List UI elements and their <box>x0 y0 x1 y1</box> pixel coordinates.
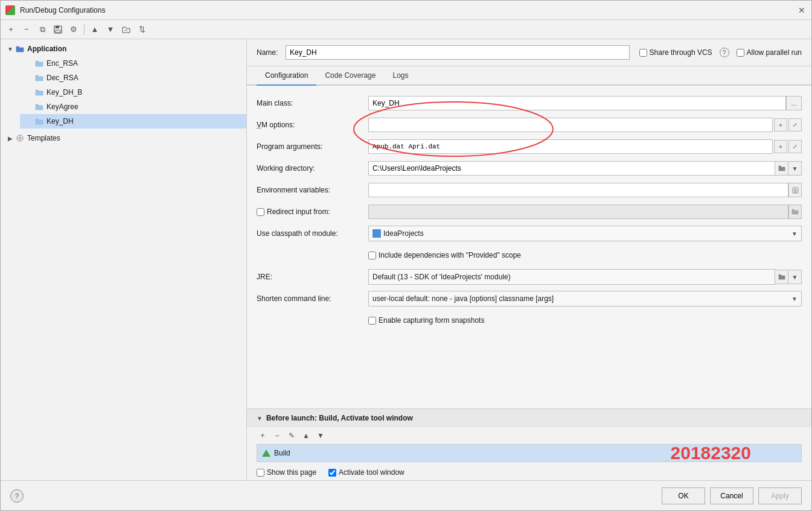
close-button[interactable]: ✕ <box>797 5 807 15</box>
allow-parallel-label[interactable]: Allow parallel run <box>737 48 802 57</box>
apply-button[interactable]: Apply <box>758 487 802 504</box>
enc-rsa-icon <box>34 59 44 68</box>
settings-button[interactable]: ⚙ <box>67 23 80 36</box>
help-icon-vcs[interactable]: ? <box>720 48 729 57</box>
add-button[interactable]: + <box>4 23 18 36</box>
env-vars-browse-button[interactable] <box>788 183 802 197</box>
before-launch-remove-button[interactable]: − <box>271 430 283 442</box>
env-vars-input-group <box>368 183 802 197</box>
share-vcs-label[interactable]: Share through VCS <box>639 48 712 57</box>
main-class-browse-button[interactable]: ... <box>786 96 802 110</box>
working-dir-input[interactable] <box>368 161 775 176</box>
before-launch-section: ▼ Before launch: Build, Activate tool wi… <box>247 408 811 480</box>
build-icon <box>262 449 270 457</box>
jre-input-group: Default (13 - SDK of 'IdeaProjects' modu… <box>368 269 802 285</box>
redirect-browse-button[interactable] <box>788 205 802 219</box>
tab-code-coverage[interactable]: Code Coverage <box>316 66 384 86</box>
app-icon <box>5 5 15 15</box>
help-button[interactable]: ? <box>10 489 24 503</box>
redirect-input-group <box>368 205 802 219</box>
redirect-input[interactable] <box>368 205 788 219</box>
sidebar: ▼ Application Enc_RSA <box>1 39 247 480</box>
before-launch-list: Build 20182320 <box>257 444 802 462</box>
include-deps-checkbox-label[interactable]: Include dependencies with "Provided" sco… <box>368 251 521 259</box>
activate-window-label[interactable]: Activate tool window <box>328 468 404 477</box>
name-label: Name: <box>257 48 281 57</box>
sidebar-item-key-dh[interactable]: Key_DH <box>20 114 246 129</box>
move-to-folder-button[interactable] <box>120 23 133 36</box>
include-deps-checkbox[interactable] <box>368 252 376 259</box>
env-vars-input[interactable] <box>368 183 788 197</box>
main-content: ▼ Application Enc_RSA <box>1 39 811 480</box>
name-input[interactable] <box>286 45 630 60</box>
jre-drop-button[interactable]: ▼ <box>788 270 802 284</box>
show-page-label[interactable]: Show this page <box>257 468 316 477</box>
before-launch-up-button[interactable]: ▲ <box>300 430 312 442</box>
vm-options-row: VM options: + ⤢ <box>257 117 802 133</box>
sort-button[interactable]: ⇅ <box>135 23 149 36</box>
program-args-input[interactable] <box>368 139 773 154</box>
tab-configuration[interactable]: Configuration <box>257 66 316 86</box>
key-dh-b-label: Key_DH_B <box>46 88 82 97</box>
keyagree-label: KeyAgree <box>46 103 78 111</box>
include-deps-row: Include dependencies with "Provided" sco… <box>257 247 802 263</box>
sidebar-item-dec-rsa[interactable]: Dec_RSA <box>20 71 246 85</box>
jre-value: Default (13 - SDK of 'IdeaProjects' modu… <box>368 269 775 285</box>
move-up-button[interactable]: ▲ <box>88 23 101 36</box>
tabs-bar: Configuration Code Coverage Logs <box>247 66 811 86</box>
templates-icon <box>15 133 25 143</box>
main-class-input[interactable] <box>368 96 786 110</box>
jre-browse-button[interactable] <box>775 270 788 284</box>
bottom-buttons: OK Cancel Apply <box>662 487 802 504</box>
working-dir-browse-button[interactable] <box>775 161 788 176</box>
toolbar-separator <box>84 24 85 35</box>
activate-window-checkbox[interactable] <box>328 469 336 477</box>
program-args-fullscreen-button[interactable]: ⤢ <box>788 140 802 153</box>
sidebar-templates-group[interactable]: ▶ Templates <box>1 131 246 145</box>
before-launch-edit-button[interactable]: ✎ <box>286 430 298 442</box>
vm-options-fullscreen-button[interactable]: ⤢ <box>788 118 802 132</box>
shorten-cmd-dropdown[interactable]: user-local default: none - java [options… <box>368 291 802 306</box>
before-launch-add-button[interactable]: + <box>257 430 269 442</box>
before-launch-header[interactable]: ▼ Before launch: Build, Activate tool wi… <box>247 409 811 427</box>
build-item[interactable]: Build 20182320 <box>257 445 801 462</box>
svg-rect-2 <box>56 30 60 33</box>
sidebar-application-group[interactable]: ▼ Application <box>1 42 246 56</box>
copy-button[interactable]: ⧉ <box>36 23 49 36</box>
classpath-label: Use classpath of module: <box>257 229 368 238</box>
move-down-button[interactable]: ▼ <box>104 23 117 36</box>
program-args-expand-button[interactable]: + <box>774 140 787 153</box>
program-args-row: Program arguments: + ⤢ <box>257 139 802 154</box>
shorten-cmd-row: Shorten command line: user-local default… <box>257 291 802 306</box>
share-vcs-checkbox[interactable] <box>639 49 647 57</box>
ok-button[interactable]: OK <box>662 487 705 504</box>
cancel-button[interactable]: Cancel <box>710 487 753 504</box>
vm-options-expand-button[interactable]: + <box>774 118 787 132</box>
vm-options-input[interactable] <box>368 118 773 132</box>
shorten-cmd-label: Shorten command line: <box>257 294 368 303</box>
allow-parallel-checkbox[interactable] <box>737 49 744 57</box>
enable-snapshots-label[interactable]: Enable capturing form snapshots <box>368 316 484 325</box>
remove-button[interactable]: − <box>20 23 33 36</box>
sidebar-children: Enc_RSA Dec_RSA Key_DH_B <box>1 56 246 129</box>
sidebar-item-enc-rsa[interactable]: Enc_RSA <box>20 56 246 71</box>
key-dh-expand <box>25 116 34 126</box>
working-dir-row: Working directory: ▼ <box>257 160 802 176</box>
sidebar-item-key-dh-b[interactable]: Key_DH_B <box>20 85 246 100</box>
module-dropdown[interactable]: IdeaProjects ▼ <box>368 226 802 241</box>
svg-rect-1 <box>56 26 59 28</box>
show-page-checkbox[interactable] <box>257 469 264 477</box>
before-launch-down-button[interactable]: ▼ <box>315 430 327 442</box>
expand-templates-icon: ▶ <box>5 133 15 143</box>
main-class-input-group: ... <box>368 96 802 110</box>
key-dh-b-icon <box>34 87 44 97</box>
redirect-checkbox[interactable] <box>257 208 264 216</box>
tab-logs[interactable]: Logs <box>384 66 417 86</box>
form-area: Main class: ... VM options: + ⤢ <box>247 86 811 408</box>
enable-snapshots-checkbox[interactable] <box>368 317 376 325</box>
module-dropdown-inner: IdeaProjects <box>372 229 424 238</box>
save-button[interactable] <box>51 23 65 36</box>
sidebar-item-keyagree[interactable]: KeyAgree <box>20 100 246 114</box>
working-dir-drop-button[interactable]: ▼ <box>788 161 802 176</box>
watermark-text: 20182320 <box>671 443 751 463</box>
